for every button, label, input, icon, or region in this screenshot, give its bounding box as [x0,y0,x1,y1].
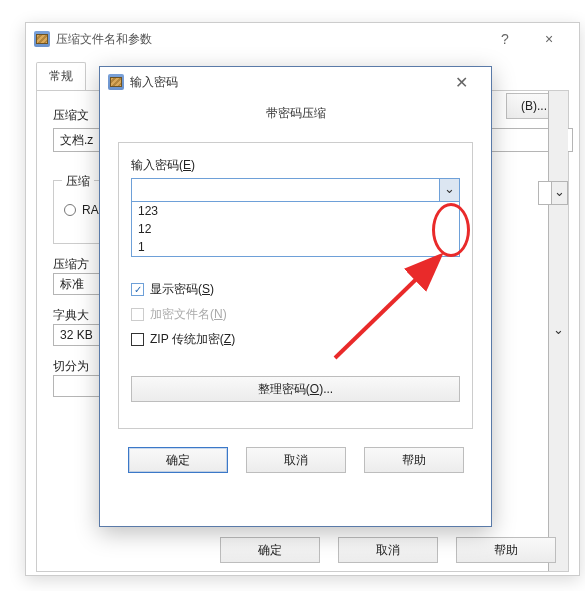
main-title: 压缩文件名和参数 [56,31,152,48]
right-dropdown-1[interactable] [538,181,568,205]
password-input[interactable] [131,178,460,202]
list-item[interactable]: 1 [132,238,459,256]
pw-input-label: 输入密码(E) [131,157,460,174]
checkbox-icon: ✓ [131,283,144,296]
pw-buttons: 确定 取消 帮助 [118,447,473,473]
show-password-row[interactable]: ✓ 显示密码(S) [131,281,460,298]
help-button[interactable]: 帮助 [456,537,556,563]
list-item[interactable]: 12 [132,220,459,238]
checkbox-icon [131,333,144,346]
chevron-down-icon[interactable] [439,179,459,201]
encrypt-filename-row: 加密文件名(N) [131,306,460,323]
close-icon[interactable]: ✕ [439,68,483,96]
list-item[interactable]: 123 [132,202,459,220]
winrar-icon [108,74,124,90]
radio-icon [64,204,76,216]
zip-legacy-row[interactable]: ZIP 传统加密(Z) [131,331,460,348]
pw-title: 输入密码 [130,74,178,91]
help-button[interactable]: ? [483,25,527,53]
main-titlebar: 压缩文件名和参数 ? × [26,23,579,55]
chevron-down-icon[interactable] [548,91,568,571]
radio-rar-label: RA [82,203,99,217]
ok-button[interactable]: 确定 [220,537,320,563]
main-buttons: 确定 取消 帮助 [220,537,556,563]
cancel-button[interactable]: 取消 [338,537,438,563]
pw-group: 输入密码(E) 123 12 1 ✓ 显示密码(S) 加密文件名(N) [118,142,473,429]
help-button[interactable]: 帮助 [364,447,464,473]
encrypt-filename-label: 加密文件名(N) [150,306,227,323]
checkbox-icon [131,308,144,321]
winrar-icon [34,31,50,47]
password-dialog: 输入密码 ✕ 带密码压缩 输入密码(E) 123 12 1 ✓ 显示密码(S) [99,66,492,527]
format-title: 压缩 [62,173,94,190]
ok-button[interactable]: 确定 [128,447,228,473]
chevron-down-icon[interactable] [551,182,567,204]
password-history-list: 123 12 1 [131,202,460,257]
pw-titlebar: 输入密码 ✕ [100,67,491,97]
pw-center-title: 带密码压缩 [100,97,491,136]
cancel-button[interactable]: 取消 [246,447,346,473]
show-password-label: 显示密码(S) [150,281,214,298]
tab-general[interactable]: 常规 [36,62,86,91]
zip-legacy-label: ZIP 传统加密(Z) [150,331,235,348]
organize-passwords-button[interactable]: 整理密码(O)... [131,376,460,402]
close-button[interactable]: × [527,25,571,53]
password-value [132,179,439,201]
